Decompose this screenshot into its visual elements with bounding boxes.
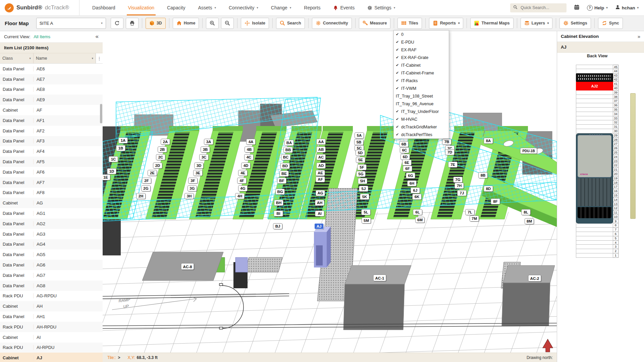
rack-unit-row-6[interactable]: 6 — [576, 232, 619, 236]
map-label-AE[interactable]: AE — [316, 170, 326, 177]
item-row-AG5[interactable]: Data PanelAG5 — [0, 249, 103, 260]
rack-unit-row-37[interactable]: 37 — [576, 99, 619, 103]
item-row-AG6[interactable]: Data PanelAG6 — [0, 260, 103, 270]
map-label-4E[interactable]: 4E — [238, 170, 248, 177]
item-row-AH[interactable]: CabinetAH — [0, 301, 103, 311]
map-label-2A[interactable]: 2A — [161, 139, 171, 145]
item-row-AG8[interactable]: Data PanelAG8 — [0, 281, 103, 291]
item-row-AF3[interactable]: Data PanelAF3 — [0, 136, 103, 146]
map-label-5E[interactable]: 5E — [356, 157, 366, 164]
rack-unit-row-7[interactable]: 7 — [576, 228, 619, 232]
map-label-7L[interactable]: 7L — [466, 209, 475, 216]
map-label-6H[interactable]: 6H — [408, 181, 417, 187]
map-label-7E[interactable]: 7E — [448, 162, 458, 168]
layers-menu-item[interactable]: ✔M-HVAC — [394, 115, 449, 123]
map-label-BH[interactable]: BH — [274, 200, 284, 206]
map-label-4B[interactable]: 4B — [245, 147, 255, 153]
map-label-3F[interactable]: 3F — [189, 178, 198, 184]
layers-menu-item[interactable]: ✔EX-RAF — [394, 46, 449, 54]
user-menu[interactable]: hchan ▾ — [615, 5, 639, 11]
column-header-class[interactable]: Class▾ — [0, 53, 34, 63]
item-row-AF[interactable]: CabinetAF — [0, 105, 103, 115]
layers-menu-item[interactable]: ✔IT-Cabinet-Frame — [394, 69, 449, 77]
rack-unit-row-39[interactable]: 39 — [576, 90, 619, 95]
map-label-5H[interactable]: 5H — [358, 178, 368, 185]
nav-item-events[interactable]: Events — [333, 0, 355, 15]
item-row-AG[interactable]: CabinetAG — [0, 198, 103, 208]
map-label-4H[interactable]: 4H — [235, 193, 245, 200]
map-label-2C[interactable]: 2C — [156, 155, 166, 161]
zoom-out-button[interactable] — [221, 18, 234, 29]
map-label-4C[interactable]: 4C — [245, 155, 254, 161]
nav-item-capacity[interactable]: Capacity — [167, 0, 185, 15]
layers-menu-item[interactable]: ✔EX-RAF-Grate — [394, 54, 449, 61]
layers-menu-item[interactable]: ✔dcTrackGridMarker — [394, 123, 449, 131]
map-label-7H[interactable]: 7H — [455, 183, 465, 189]
rack-unit-row-45[interactable]: 45 — [576, 65, 619, 69]
map-label-3A[interactable]: 3A — [204, 139, 214, 145]
map-label-8L[interactable]: 8L — [522, 209, 531, 216]
zoom-in-button[interactable] — [206, 18, 219, 29]
map-label-7J[interactable]: 7J — [458, 190, 467, 197]
item-row-AF7[interactable]: Data PanelAF7 — [0, 177, 103, 188]
map-label-5M[interactable]: 5M — [362, 218, 372, 224]
map-label-AC[interactable]: AC — [317, 155, 326, 161]
rack-unit-row-33[interactable]: 33 — [576, 116, 619, 121]
map-label-3B[interactable]: 3B — [201, 147, 211, 153]
map-label-AI[interactable]: AI — [315, 211, 325, 217]
map-label-BC[interactable]: BC — [281, 155, 291, 161]
item-row-AH-RPDU[interactable]: Rack PDUAH-RPDU — [0, 322, 103, 332]
map-label-1C[interactable]: 1C — [109, 157, 119, 163]
map-label-8A[interactable]: 8A — [484, 138, 494, 144]
rack-unit-row-36[interactable]: 36 — [576, 103, 619, 108]
layers-menu-item[interactable]: IT_Tray_108_Street — [394, 92, 449, 100]
map-label-3G[interactable]: 3G — [188, 186, 198, 192]
nav-item-dashboard[interactable]: Dashboard — [92, 0, 115, 15]
map-label-8D[interactable]: 8D — [484, 186, 494, 192]
map-label-AC-8[interactable]: AC-8 — [181, 263, 195, 270]
map-label-7M[interactable]: 7M — [470, 216, 480, 222]
rack-device-chassis[interactable]: cisco — [576, 133, 613, 224]
map-label-5A[interactable]: 5A — [355, 133, 365, 139]
item-row-AE8[interactable]: Data PanelAE8 — [0, 84, 103, 95]
map-label-4F[interactable]: 4F — [237, 178, 247, 184]
item-row-AF1[interactable]: Data PanelAF1 — [0, 115, 103, 126]
layers-menu-item[interactable]: ✔IT-Cabinet — [394, 61, 449, 69]
item-row-AE9[interactable]: Data PanelAE9 — [0, 95, 103, 105]
map-label-4D[interactable]: 4D — [241, 163, 251, 169]
item-row-AI[interactable]: CabinetAI — [0, 332, 103, 343]
column-header-name[interactable]: Name▾ — [34, 53, 96, 63]
map-label-2B[interactable]: 2B — [158, 147, 168, 153]
rack-unit-row-44[interactable]: 44 — [576, 69, 619, 73]
rack-unit-row-2[interactable]: 2 — [576, 249, 619, 253]
print-button[interactable] — [126, 18, 139, 29]
layers-menu-item[interactable]: ✔IT_Tray_UnderFloor — [394, 108, 449, 115]
map-label-2D[interactable]: 2D — [153, 163, 163, 169]
map-label-AG[interactable]: AG — [316, 190, 326, 197]
rack-device-banner[interactable]: AJ2 — [576, 82, 613, 90]
thermal-button[interactable]: Thermal Maps — [470, 18, 513, 29]
map-label-6C[interactable]: 6C — [400, 147, 410, 154]
map-label-6J[interactable]: 6J — [411, 188, 421, 194]
connectivity-button[interactable]: Connectivity — [312, 18, 352, 29]
map-label-1D[interactable]: 1D — [107, 169, 117, 175]
item-row-AF4[interactable]: Data PanelAF4 — [0, 146, 103, 157]
map-label-7D[interactable]: 7D — [445, 149, 455, 156]
layers-menu-item[interactable]: ✔IT-Racks — [394, 77, 449, 84]
rack-unit-row-31[interactable]: 31 — [576, 125, 619, 129]
item-row-AG3[interactable]: Data PanelAG3 — [0, 229, 103, 239]
map-label-6L[interactable]: 6L — [413, 209, 423, 216]
rack-unit-row-1[interactable]: 1 — [576, 253, 619, 258]
layers-menu-item[interactable]: ✔E-PDU — [394, 38, 449, 46]
layers-menu-item[interactable]: IT_Tray_96_Avenue — [394, 100, 449, 108]
item-row-AE7[interactable]: Data PanelAE7 — [0, 74, 103, 84]
map-label-5J[interactable]: 5J — [359, 186, 369, 192]
map-label-8B[interactable]: 8B — [479, 173, 488, 179]
3d-button[interactable]: 3D — [146, 18, 166, 29]
item-row-AF5[interactable]: Data PanelAF5 — [0, 157, 103, 167]
rack-unit-row-35[interactable]: 35 — [576, 108, 619, 112]
map-label-3E[interactable]: 3E — [194, 170, 203, 177]
rack-unit-row-30[interactable]: 30 — [576, 129, 619, 133]
map-label-BA[interactable]: BA — [285, 140, 294, 146]
map-label-6E[interactable]: 6E — [402, 160, 412, 166]
